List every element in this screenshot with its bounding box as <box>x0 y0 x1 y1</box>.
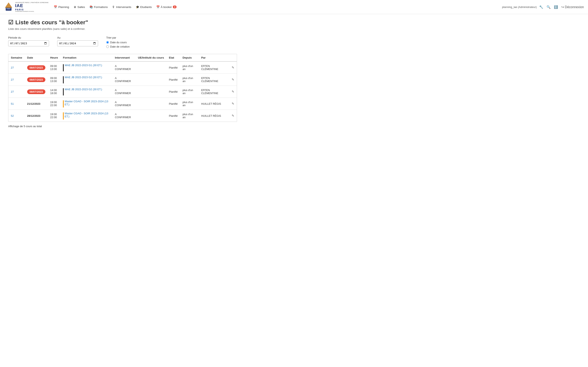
nav-formations-label: Formations <box>94 6 108 8</box>
color-bar <box>63 76 64 83</box>
main-content: ☑ Liste des cours "à booker" Liste des c… <box>0 14 245 133</box>
etat-cell: Planifié <box>167 98 180 110</box>
formation-link[interactable]: MAE JB 2022-2023 G2 (30 ET.) <box>63 76 110 83</box>
date-text: 28/12/2023 <box>27 114 41 117</box>
wrench-icon[interactable]: 🔧 <box>538 4 544 10</box>
date-cell: 21/12/2023 <box>25 98 48 110</box>
table-row: 5228/12/202319:00 22:00Master CGAO - SOI… <box>8 110 237 122</box>
formation-link[interactable]: MAE JB 2022-2023 G1 (30 ET.) <box>63 64 110 71</box>
etat-cell: Planifié <box>167 74 180 86</box>
nav-intervenants-label: Intervenants <box>116 6 131 8</box>
radio-date-creation-label: Date de création <box>110 45 129 48</box>
formation-cell: MAE JB 2022-2023 G1 (30 ET.) <box>60 61 112 74</box>
table-body: 2708/07/202309:00 13:00MAE JB 2022-2023 … <box>8 61 237 122</box>
table-row: 2708/07/202314:00 18:00MAE JB 2022-2023 … <box>8 86 237 98</box>
th-actions <box>229 54 237 61</box>
edit-icon[interactable]: ✎ <box>232 78 234 81</box>
formation-link[interactable]: Master CGAO - SOIR 2023-2024 (13 ET.) <box>63 100 110 108</box>
heure-cell: 14:00 18:00 <box>48 86 60 98</box>
nav-abooker[interactable]: 📅 À booker 3 <box>154 4 179 10</box>
etat-cell: Planifié <box>167 110 180 122</box>
courses-table-container: Semaine Date Heure Formation Intervenant… <box>8 54 237 122</box>
date-cell: 08/07/2023 <box>25 86 48 98</box>
page-subtitle: Liste des cours récemment planifiés (san… <box>8 27 237 30</box>
logo: UNIVERSITÉ PARIS 1 PANTHÉON SORBONNE IAE… <box>3 2 48 12</box>
radio-date-cours-input[interactable] <box>106 41 109 44</box>
edit-icon[interactable]: ✎ <box>232 102 234 105</box>
period-label: Période du <box>8 36 49 39</box>
intervenant-cell: A CONFIRMER <box>112 86 136 98</box>
date-text: 21/12/2023 <box>27 102 41 105</box>
heure-cell: 09:00 13:00 <box>48 74 60 86</box>
edit-icon[interactable]: ✎ <box>232 66 234 69</box>
semaine-link[interactable]: 27 <box>11 78 14 81</box>
abooker-badge: 3 <box>173 6 177 8</box>
intervenant-cell: A CONFIRMER <box>112 74 136 86</box>
sort-label: Trier par <box>106 36 129 39</box>
date-to-input[interactable] <box>57 41 98 46</box>
par-cell: HUILLET RÉGIS <box>199 110 229 122</box>
logo-sub: SORBONNE BUSINESS SCHOOL <box>15 11 48 12</box>
table-row: 2708/07/202309:00 13:00MAE JB 2022-2023 … <box>8 74 237 86</box>
info-icon[interactable]: ℹ️ <box>553 4 559 10</box>
edit-cell: ✎ <box>229 110 237 122</box>
nav-planning-label: Planning <box>58 6 69 8</box>
filter-section: Période du Au Trier par Date du cours Da… <box>8 36 237 48</box>
formation-text: MAE JB 2022-2023 G2 (30 ET.) <box>65 76 102 79</box>
logout-button[interactable]: ↪ Déconnexion <box>560 4 585 10</box>
radio-date-creation-input[interactable] <box>106 45 109 48</box>
th-par: Par <box>199 54 229 61</box>
nav-salles[interactable]: 🖥 Salles <box>71 4 87 10</box>
formation-link[interactable]: Master CGAO - SOIR 2023-2024 (13 ET.) <box>63 112 110 120</box>
formation-text: MAE JB 2022-2023 G1 (30 ET.) <box>65 64 102 67</box>
radio-date-cours[interactable]: Date du cours <box>106 41 129 44</box>
title-icon: ☑ <box>8 19 13 26</box>
nav-intervenants[interactable]: 🎙 Intervenants <box>110 4 133 10</box>
nav-formations[interactable]: 📚 Formations <box>87 4 110 10</box>
filter-period-from: Période du <box>8 36 49 46</box>
formation-text: Master CGAO - SOIR 2023-2024 (13 ET.) <box>65 112 110 118</box>
th-depuis: Depuis <box>180 54 199 61</box>
logo-paris: PARIS <box>15 8 48 11</box>
ue-cell <box>136 74 167 86</box>
page-title: Liste des cours "à booker" <box>15 19 88 26</box>
radio-date-creation[interactable]: Date de création <box>106 45 129 48</box>
filter-sort: Trier par Date du cours Date de création <box>106 36 129 48</box>
depuis-cell: plus d'un an <box>180 74 199 86</box>
nav-right: planning_iae (Administrateur) 🔧 🔍 ℹ️ ↪ D… <box>502 4 585 10</box>
edit-icon[interactable]: ✎ <box>232 90 234 93</box>
graduation-icon: 🎓 <box>136 5 139 8</box>
edit-icon[interactable]: ✎ <box>232 114 234 117</box>
nav-salles-label: Salles <box>77 6 85 8</box>
logout-icon: ↪ <box>561 5 564 9</box>
ue-cell <box>136 86 167 98</box>
par-cell: EFFEN CLÉMENTINE <box>199 74 229 86</box>
date-badge: 08/07/2023 <box>27 89 45 94</box>
date-cell: 08/07/2023 <box>25 61 48 74</box>
page-title-row: ☑ Liste des cours "à booker" <box>8 19 237 26</box>
svg-rect-3 <box>8 8 9 9</box>
logo-text: UNIVERSITÉ PARIS 1 PANTHÉON SORBONNE IAE… <box>15 2 48 12</box>
nav-planning[interactable]: 📅 Planning <box>52 4 71 10</box>
depuis-cell: plus d'un an <box>180 61 199 74</box>
semaine-link[interactable]: 51 <box>11 102 14 105</box>
book-icon: 📚 <box>89 5 93 8</box>
radio-date-cours-label: Date du cours <box>110 41 127 44</box>
depuis-cell: plus d'un an <box>180 110 199 122</box>
svg-marker-0 <box>5 2 12 8</box>
semaine-link[interactable]: 27 <box>11 66 14 69</box>
color-bar <box>63 112 64 120</box>
date-from-input[interactable] <box>8 41 49 46</box>
search-icon[interactable]: 🔍 <box>546 4 551 10</box>
heure-cell: 09:00 13:00 <box>48 61 60 74</box>
logo-icon <box>3 2 14 12</box>
depuis-cell: plus d'un an <box>180 86 199 98</box>
ue-cell <box>136 61 167 74</box>
nav-etudiants[interactable]: 🎓 Etudiants <box>134 4 154 10</box>
formation-link[interactable]: MAE JB 2022-2023 G2 (30 ET.) <box>63 88 110 96</box>
formation-cell: Master CGAO - SOIR 2023-2024 (13 ET.) <box>60 110 112 122</box>
semaine-link[interactable]: 52 <box>11 114 14 117</box>
nav-abooker-label: À booker <box>161 6 172 8</box>
semaine-link[interactable]: 27 <box>11 90 14 93</box>
radio-group: Date du cours Date de création <box>106 41 129 48</box>
